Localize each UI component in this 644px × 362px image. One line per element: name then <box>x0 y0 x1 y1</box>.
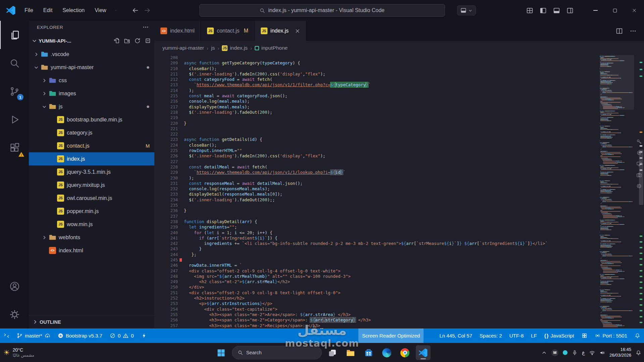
notification-bell-icon[interactable] <box>636 350 641 356</box>
code-line[interactable]: 255 <h3><span class="me-2">Area</span>: … <box>154 312 644 317</box>
indentation-status[interactable]: Spaces: 2 <box>476 328 506 343</box>
tree-item-index.js[interactable]: JSindex.js <box>29 152 154 165</box>
code-line[interactable]: 237 <box>154 214 644 219</box>
code-line[interactable]: 234 $('.inner-loading').fadeOut(200);; <box>154 197 644 203</box>
customize-layout-icon[interactable] <box>526 7 533 14</box>
code-line[interactable]: 251 <div class="offset-2 col-9 col-lg-8 … <box>154 290 644 296</box>
problems-status[interactable]: 00 <box>106 328 138 343</box>
live-server-port[interactable]: Port : 5501 <box>591 328 631 343</box>
collapse-all-icon[interactable] <box>145 38 151 44</box>
activity-settings[interactable] <box>0 300 29 328</box>
toggle-sidebar-icon[interactable] <box>540 7 547 14</box>
menu-edit[interactable]: Edit <box>39 5 57 15</box>
toggle-secondary-sidebar-icon[interactable] <box>566 7 574 14</box>
code-line[interactable]: 215 const meal = await categoryFood.json… <box>154 93 644 99</box>
code-line[interactable]: 219 <box>154 115 644 120</box>
tab-index.js[interactable]: JSindex.js <box>255 21 306 41</box>
tree-item-.vscode[interactable]: .vscode <box>29 48 154 61</box>
taskbar-search[interactable]: Search <box>232 346 322 359</box>
menu-view[interactable]: View <box>90 5 110 15</box>
code-line[interactable]: 245 <box>154 257 644 263</box>
code-line[interactable]: 241 if (arr[`strIngredient${i}`]) { <box>154 236 644 241</box>
volume-icon[interactable] <box>599 350 605 356</box>
new-folder-icon[interactable] <box>124 38 130 44</box>
activity-account[interactable] <box>0 272 29 300</box>
code-line[interactable]: 223async function getDetails(id) { <box>154 137 644 142</box>
weather-widget[interactable]: ☀ 20°C مشمس غالبًا <box>3 347 34 358</box>
code-line[interactable]: 253 <p>${arr.strInstructions}</p> <box>154 301 644 306</box>
minimap-slider[interactable] <box>600 55 634 110</box>
code-line[interactable]: 230 ); <box>154 175 644 181</box>
code-line[interactable]: 214 ); <box>154 88 644 93</box>
code-line[interactable]: 217 displayType(meal.meals); <box>154 104 644 110</box>
taskbar-store[interactable] <box>361 345 376 360</box>
cursor-position[interactable]: Ln 445, Col 57 <box>436 328 476 343</box>
code-line[interactable]: 221 <box>154 126 644 132</box>
key-icon[interactable] <box>636 139 642 145</box>
menu-selection[interactable]: Selection <box>58 5 89 15</box>
code-line[interactable]: 243 } <box>154 246 644 252</box>
code-line[interactable]: 231 const responseMeal = await detailMea… <box>154 181 644 186</box>
tree-item-popper.min.js[interactable]: JSpopper.min.js <box>29 205 154 218</box>
camera-icon[interactable] <box>636 172 642 178</box>
keyboard-language-indicator[interactable]: ع <box>582 350 585 356</box>
refresh-icon[interactable] <box>134 38 141 44</box>
taskbar-vscode[interactable] <box>416 345 431 360</box>
activity-search[interactable] <box>0 49 29 77</box>
tree-item-css[interactable]: css <box>29 74 154 87</box>
more-actions-icon[interactable] <box>142 24 149 31</box>
code-line[interactable]: 228 const detailMeal = await fetch( <box>154 164 644 170</box>
command-center-search[interactable]: index.js - yummi-api-master - Visual Stu… <box>199 4 445 17</box>
minimize-button[interactable] <box>586 0 605 21</box>
menu-more-icon[interactable] <box>112 7 119 14</box>
close-icon[interactable] <box>295 29 300 34</box>
activity-explorer[interactable] <box>0 21 29 49</box>
code-line[interactable]: 235 <box>154 203 644 208</box>
code-line[interactable]: 210 closeBar(); <box>154 66 644 71</box>
code-line[interactable]: 242 ingredients += `<li class="bg-info-s… <box>154 241 644 246</box>
code-line[interactable]: 227 <box>154 159 644 164</box>
breadcrumb-item-index.js[interactable]: JSindex.js <box>222 45 248 51</box>
code-line[interactable]: 236} <box>154 208 644 213</box>
code-line[interactable]: 256 <h3><span class="me-2">Category</spa… <box>154 317 644 323</box>
split-editor-icon[interactable] <box>616 28 623 35</box>
tree-item-bootstrap.bundle.min.js[interactable]: JSbootstrap.bundle.min.js <box>29 113 154 126</box>
bootstrap-status[interactable]: BBootstrap v5.3.7 <box>54 328 106 343</box>
code-line[interactable]: 218 $('.inner-loading').fadeOut(200); <box>154 110 644 115</box>
code-line[interactable]: 244 }; <box>154 252 644 257</box>
tab-contact.js[interactable]: JScontact.jsM <box>201 21 255 41</box>
code-line[interactable]: 212 const categoryFood = await fetch( <box>154 77 644 82</box>
git-branch-status[interactable]: master* <box>13 328 54 343</box>
notifications-bell[interactable] <box>631 328 644 343</box>
activity-source-control[interactable]: 1 <box>0 77 29 105</box>
tree-item-jquery.mixitup.js[interactable]: JSjquery.mixitup.js <box>29 178 154 192</box>
outline-section[interactable]: OUTLINE <box>29 315 154 328</box>
code-line[interactable]: 257 <h3><span class="me-2">Recipes</span… <box>154 323 644 328</box>
tray-m-app-icon[interactable]: M <box>551 349 558 356</box>
new-file-icon[interactable] <box>113 38 120 44</box>
code-line[interactable]: 238function displayDetail(arr) { <box>154 219 644 224</box>
code-line[interactable]: 225 rowInput.innerHTML="" <box>154 148 644 153</box>
code-line[interactable]: 226 $('.inner-loading').fadeIn(200).css(… <box>154 153 644 159</box>
code-line[interactable]: 239 let ingredients=""; <box>154 224 644 230</box>
code-line[interactable]: 213 `https://www.themealdb.com/api/json/… <box>154 82 644 88</box>
code-line[interactable]: 246 rowData.innerHTML = ` <box>154 263 644 268</box>
gear-icon[interactable] <box>636 183 642 189</box>
tree-item-category.js[interactable]: JScategory.js <box>29 126 154 139</box>
start-button[interactable] <box>214 345 229 360</box>
code-line[interactable]: 224 closeBar(); <box>154 143 644 148</box>
code-line[interactable]: 220} <box>154 121 644 126</box>
network-icon[interactable] <box>589 350 595 356</box>
lightning-status[interactable] <box>138 328 151 343</box>
code-line[interactable]: 247 <div class="offset-2 col-9 col-lg-4 … <box>154 268 644 274</box>
code-line[interactable]: 222 <box>154 132 644 137</box>
encoding-status[interactable]: UTF-8 <box>506 328 528 343</box>
toggle-panel-icon[interactable] <box>553 7 560 14</box>
taskbar-task-view[interactable] <box>325 345 340 360</box>
workspace-section-header[interactable]: YUMMI-API-... <box>29 34 154 48</box>
target-icon[interactable] <box>636 150 642 156</box>
tree-item-webfonts[interactable]: webfonts <box>29 231 154 244</box>
breadcrumb-item-js[interactable]: js <box>211 45 215 51</box>
code-line[interactable]: 208 <box>154 55 644 60</box>
code-line[interactable]: 240 for (let i = 1; i <= 20; i++) { <box>154 230 644 236</box>
